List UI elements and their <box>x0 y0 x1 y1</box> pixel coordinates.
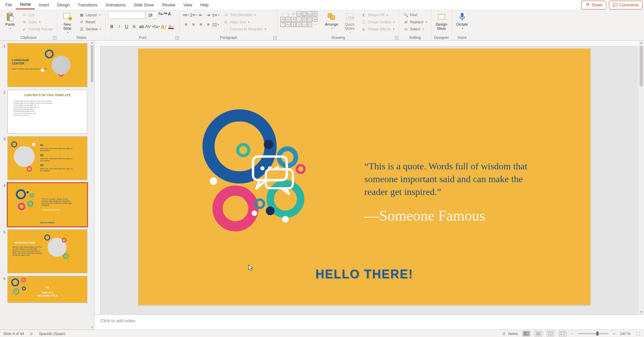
scroll-down-icon[interactable]: ▼ <box>90 326 94 329</box>
thumbnail-4[interactable]: 4 "This is a quote. Words full of wisdom… <box>1 183 87 227</box>
zoom-in-button[interactable]: + <box>613 332 615 336</box>
select-button[interactable]: ▭Select▾ <box>402 26 428 32</box>
quote-text[interactable]: “This is a quote. Words full of wisdom t… <box>364 160 540 198</box>
paste-button[interactable]: Paste ▾ <box>3 11 18 31</box>
copy-button[interactable]: ⧉Copy▾ <box>20 19 54 25</box>
align-right-button[interactable]: ≡ <box>197 21 204 28</box>
thumbnail-6[interactable]: 6 01 THIS IS A SECTION TITLE <box>1 276 87 303</box>
replace-button[interactable]: ⇄Replace▾ <box>402 19 428 25</box>
thumbnail-1[interactable]: 1 LANGUAGE CENTER Here is where your pre… <box>1 43 87 87</box>
change-case-button[interactable]: Aa▾ <box>153 23 160 30</box>
find-button[interactable]: 🔍Find <box>402 11 428 18</box>
notes-toggle[interactable]: 🗒Notes <box>501 331 518 336</box>
comments-button[interactable]: Comments <box>609 1 643 9</box>
design-ideas-icon <box>437 12 446 22</box>
normal-view-button[interactable] <box>523 331 530 336</box>
reading-view-button[interactable] <box>547 331 554 336</box>
tab-review[interactable]: Review <box>158 1 179 9</box>
quote-attribution[interactable]: —Someone Famous <box>364 207 485 224</box>
format-painter-button[interactable]: 🖌Format Painter <box>20 26 54 32</box>
svg-rect-21 <box>536 334 538 335</box>
section-button[interactable]: ☰Section▾ <box>78 26 103 32</box>
dictate-button[interactable]: Dictate▾ <box>455 11 470 31</box>
tab-file[interactable]: File <box>1 1 16 9</box>
arrange-button[interactable]: Arrange▾ <box>324 11 339 31</box>
tab-insert[interactable]: Insert <box>35 1 53 9</box>
select-icon: ▭ <box>403 26 409 32</box>
slide-canvas[interactable]: “This is a quote. Words full of wisdom t… <box>138 49 590 305</box>
italic-button[interactable]: I <box>116 23 122 30</box>
design-ideas-button[interactable]: Design Ideas <box>434 11 449 31</box>
decrease-indent-button[interactable]: ⇤ <box>197 11 204 18</box>
tab-home[interactable]: Home <box>16 0 35 9</box>
scroll-down-icon[interactable]: ▼ <box>639 310 644 314</box>
shape-effects-icon: ◐ <box>361 26 367 32</box>
tab-transitions[interactable]: Transitions <box>74 1 102 9</box>
zoom-slider[interactable] <box>578 333 608 334</box>
font-size-input[interactable] <box>146 11 158 19</box>
zoom-out-button[interactable]: − <box>571 332 573 336</box>
tab-help[interactable]: Help <box>196 1 213 9</box>
replace-icon: ⇄ <box>403 19 409 25</box>
accessibility-icon[interactable]: ⎚ <box>29 331 34 336</box>
new-slide-button[interactable]: New Slide ▾ <box>60 11 75 35</box>
strikethrough-button[interactable]: S <box>131 23 137 30</box>
group-designer: Design Ideas Designer <box>431 10 452 40</box>
convert-smartart-button[interactable]: ⬚Convert to SmartArt▾ <box>222 26 267 32</box>
underline-button[interactable]: U <box>123 23 130 30</box>
increase-indent-button[interactable]: ⇥ <box>205 11 212 18</box>
scroll-up-icon[interactable]: ▲ <box>639 41 644 45</box>
quick-styles-button[interactable]: Abc Quick Styles▾ <box>342 11 357 35</box>
bold-button[interactable]: B <box>108 23 115 30</box>
thumbnail-2[interactable]: 2 CONTENTS OF THIS TEMPLATE ■ sample bul… <box>1 90 87 134</box>
tab-view[interactable]: View <box>179 1 196 9</box>
font-name-input[interactable] <box>108 11 145 19</box>
align-center-button[interactable]: ≡ <box>190 21 197 28</box>
text-shadow-button[interactable]: ab <box>138 23 145 30</box>
slideshow-view-button[interactable] <box>559 331 566 336</box>
fit-to-window-button[interactable]: ⛶ <box>635 331 641 336</box>
increase-font-button[interactable]: A▴ <box>158 11 163 19</box>
dialog-launcher-icon[interactable]: ↘ <box>53 36 56 39</box>
shapes-gallery[interactable]: ／＼⬡▭◯△⬠ ▭◇↗→⬠⬡▱ ⌒∿{}☆⬡⋯ <box>280 11 321 27</box>
character-spacing-button[interactable]: AV▾ <box>145 23 152 30</box>
zoom-level[interactable]: 142 % <box>620 332 631 336</box>
reset-button[interactable]: ↺Reset <box>78 19 103 25</box>
dialog-launcher-icon[interactable]: ↘ <box>395 36 398 39</box>
thumbnail-scrollbar[interactable]: ▲ ▼ <box>90 40 94 330</box>
align-left-button[interactable]: ≡ <box>183 21 189 28</box>
hello-text[interactable]: HELLO THERE! <box>138 267 590 281</box>
numbering-button[interactable]: 1≡▾ <box>190 11 197 18</box>
font-color-button[interactable]: A▾ <box>168 23 174 30</box>
font-highlight-button[interactable]: A▾ <box>160 23 167 30</box>
align-justify-button[interactable]: ≡ <box>205 21 212 28</box>
shape-effects-button[interactable]: ◐Shape Effects▾ <box>360 26 396 32</box>
zoom-slider-knob[interactable] <box>596 332 598 336</box>
language-indicator[interactable]: Spanish (Spain) <box>39 332 65 336</box>
tab-design[interactable]: Design <box>53 1 74 9</box>
shape-outline-button[interactable]: ◻Shape Outline▾ <box>360 19 396 25</box>
scrollbar-handle[interactable] <box>640 46 643 86</box>
layout-button[interactable]: ▦Layout▾ <box>78 11 103 18</box>
tab-slide-show[interactable]: Slide Show <box>130 1 158 9</box>
thumbnail-5[interactable]: 5 INTRODUCTION Mercury is the closest pl… <box>1 229 87 273</box>
share-button[interactable]: Share <box>581 1 606 9</box>
align-text-button[interactable]: ⊟Align Text▾ <box>222 19 267 25</box>
notes-pane[interactable]: Click to add notes <box>94 314 644 330</box>
thumbnail-3[interactable]: 3 01 Here you could describe the topic o… <box>1 136 87 180</box>
scroll-up-icon[interactable]: ▲ <box>90 41 94 44</box>
slide-sorter-view-button[interactable] <box>535 331 542 336</box>
columns-button[interactable]: ▯▯▾ <box>212 21 219 28</box>
bullets-button[interactable]: •≡▾ <box>183 11 189 18</box>
clear-formatting-button[interactable]: A̷ <box>168 11 171 19</box>
cut-button[interactable]: ✂Cut <box>20 11 54 18</box>
dialog-launcher-icon[interactable]: ↘ <box>175 36 179 39</box>
shape-fill-button[interactable]: ◧Shape Fill▾ <box>360 11 396 18</box>
editor-scrollbar[interactable]: ▲ ▼ <box>639 40 644 314</box>
decrease-font-button[interactable]: A▾ <box>164 11 168 19</box>
tab-animations[interactable]: Animations <box>102 1 130 9</box>
text-direction-button[interactable]: ↕AText Direction▾ <box>222 11 267 18</box>
scrollbar-handle[interactable] <box>91 45 93 82</box>
dialog-launcher-icon[interactable]: ↘ <box>273 36 277 39</box>
line-spacing-button[interactable]: ‡≡▾ <box>212 11 219 18</box>
